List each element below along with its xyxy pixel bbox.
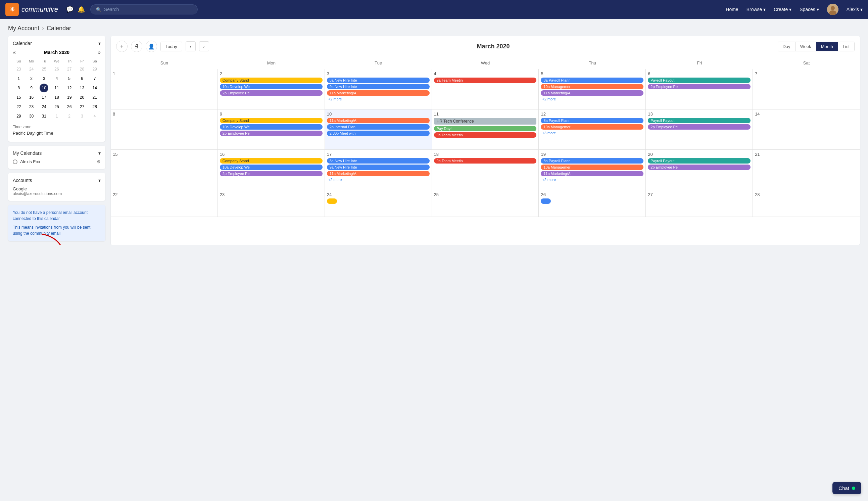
nav-user[interactable]: Alexis ▾ [847,7,862,12]
mini-day[interactable]: 2 [65,112,74,120]
mini-day[interactable]: 26 [65,103,74,111]
event[interactable]: 9a Team Meetin [434,158,537,163]
event-more[interactable]: +2 more [541,97,643,102]
search-input[interactable] [104,7,192,12]
mini-day-today[interactable]: 10 [40,84,48,92]
view-month[interactable]: Month [816,42,838,51]
event[interactable]: Company Stand [220,118,323,123]
event[interactable]: Payroll Payout [648,77,750,83]
my-calendars-chevron[interactable]: ▾ [98,150,101,156]
mini-day[interactable]: 4 [90,112,99,120]
mini-day[interactable]: 16 [27,93,36,102]
event[interactable]: Pay Day! [434,126,537,131]
event[interactable]: 11a Marketing/A [541,90,643,96]
mini-day[interactable]: 25 [52,103,61,111]
person-button[interactable]: 👤 [146,41,157,52]
event[interactable]: 2p Employee Pe [220,131,323,136]
event[interactable]: 2p Employee Pe [648,124,750,130]
view-list[interactable]: List [838,42,854,51]
mini-day[interactable]: 13 [77,84,86,92]
spanning-event[interactable]: HR Tech Conference [434,118,537,125]
today-button[interactable]: Today [161,42,182,51]
mini-day[interactable]: 20 [77,93,86,102]
event[interactable]: 10a Managemer [541,84,643,89]
event[interactable]: 9a Team Meetin [434,77,537,83]
print-button[interactable]: 🖨 [131,41,142,52]
event-more[interactable]: +2 more [327,97,430,102]
search-bar[interactable]: 🔍 [90,4,198,14]
mini-cal-prev[interactable]: « [13,49,16,55]
view-week[interactable]: Week [795,42,816,51]
mini-day[interactable]: 8 [14,84,23,92]
event[interactable]: 2p Employee Pe [220,90,323,96]
mini-day[interactable]: 27 [65,65,74,74]
event[interactable]: 9a Team Meetin [434,132,537,138]
mini-day[interactable]: 19 [65,93,74,102]
next-button[interactable]: › [199,41,209,51]
event[interactable] [327,199,337,204]
mini-day[interactable]: 2 [27,74,36,83]
calendar-section-chevron[interactable]: ▾ [98,41,101,46]
event[interactable]: 9a New Hire Inte [327,84,430,89]
nav-browse[interactable]: Browse ▾ [747,7,766,12]
event[interactable]: 8a New Hire Inte [327,158,430,163]
mini-day[interactable]: 28 [90,103,99,111]
event[interactable]: 9a New Hire Inte [327,164,430,170]
event-more[interactable]: +3 more [541,131,643,135]
mini-day[interactable]: 23 [14,65,23,74]
logo[interactable]: ✳ communifire [6,3,58,16]
event[interactable]: 10a Managemer [541,164,643,170]
calendar-gear-icon[interactable]: ⚙ [97,159,101,164]
event[interactable]: 8a Payroll Plann [541,77,643,83]
mini-day[interactable]: 4 [52,74,61,83]
event[interactable]: 2p Employee Pe [648,84,750,89]
event[interactable]: 2p Employee Pe [220,171,323,176]
mini-day[interactable]: 26 [52,65,61,74]
mini-day[interactable]: 3 [40,74,48,83]
mini-day[interactable]: 11 [52,84,61,92]
view-day[interactable]: Day [778,42,795,51]
event[interactable]: Company Stand [220,77,323,83]
mini-day[interactable]: 24 [27,65,36,74]
mini-day[interactable]: 31 [40,112,48,120]
event[interactable]: 11a Marketing/A [541,171,643,176]
nav-home[interactable]: Home [726,7,738,12]
event[interactable]: Payroll Payout [648,118,750,123]
event[interactable]: 11a Marketing/A [327,171,430,176]
mini-day[interactable]: 17 [40,93,48,102]
event[interactable]: 10a Develop We [220,164,323,170]
event[interactable]: 10a Develop We [220,124,323,130]
mini-day[interactable]: 6 [77,74,86,83]
mini-day[interactable]: 23 [27,103,36,111]
chat-nav-icon[interactable]: 💬 [66,6,74,13]
event[interactable]: Payroll Payout [648,158,750,163]
mini-day[interactable]: 29 [14,112,23,120]
nav-create[interactable]: Create ▾ [774,7,791,12]
event[interactable] [541,199,551,204]
mini-day[interactable]: 1 [14,74,23,83]
event[interactable]: 11a Marketing/A [327,118,430,123]
event[interactable]: 8a Payroll Plann [541,118,643,123]
mini-day[interactable]: 18 [52,93,61,102]
breadcrumb-parent[interactable]: My Account [8,25,39,32]
bell-icon[interactable]: 🔔 [77,6,85,13]
mini-day[interactable]: 28 [77,65,86,74]
event[interactable]: 2p Internal Plan [327,124,430,130]
nav-spaces[interactable]: Spaces ▾ [800,7,819,12]
mini-day[interactable]: 14 [90,84,99,92]
mini-day[interactable]: 29 [90,65,99,74]
mini-day[interactable]: 12 [65,84,74,92]
mini-day[interactable]: 7 [90,74,99,83]
mini-day[interactable]: 21 [90,93,99,102]
mini-day[interactable]: 30 [27,112,36,120]
mini-day[interactable]: 5 [65,74,74,83]
accounts-chevron[interactable]: ▾ [98,178,101,183]
mini-day[interactable]: 1 [52,112,61,120]
event[interactable]: 2:30p Meet with [327,131,430,136]
event[interactable]: 8a Payroll Plann [541,158,643,163]
mini-cal-next[interactable]: » [98,49,101,55]
mini-day[interactable]: 22 [14,103,23,111]
event[interactable]: 2p Employee Pe [648,164,750,170]
event[interactable]: 11a Marketing/A [327,90,430,96]
add-event-button[interactable]: + [116,41,128,52]
